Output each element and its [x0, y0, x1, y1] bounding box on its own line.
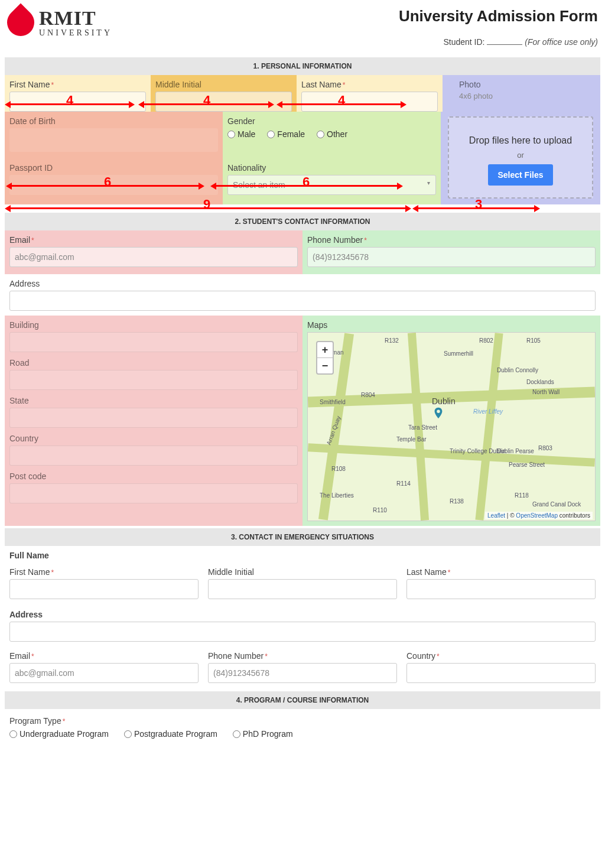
state-input[interactable]	[9, 408, 298, 428]
program-undergrad[interactable]: Undergraduate Program	[9, 729, 109, 739]
annotation-4a: 4	[64, 93, 76, 108]
dob-label: Date of Birth	[9, 116, 218, 126]
annotation-9: 9	[201, 197, 213, 212]
photo-label: Photo	[459, 80, 596, 89]
em-address-input[interactable]	[9, 622, 596, 642]
em-last-name-label: Last Name*	[406, 567, 596, 577]
photo-dropzone[interactable]: Drop files here to upload or Select File…	[448, 116, 593, 199]
program-postgrad[interactable]: Postgraduate Program	[124, 729, 217, 739]
first-name-input[interactable]	[9, 92, 146, 112]
annotation-6b: 6	[300, 174, 312, 190]
logo-name: RMIT	[39, 7, 112, 30]
map-attribution: Leaflet | © OpenStreetMap contributors	[485, 512, 593, 519]
last-name-label: Last Name*	[301, 80, 438, 89]
em-address-label: Address	[9, 610, 596, 619]
header: RMIT UNIVERSITY University Admission For…	[5, 7, 600, 47]
last-name-input[interactable]	[301, 92, 438, 112]
gender-male[interactable]: Male	[227, 129, 255, 139]
office-use-note: (For office use only)	[525, 37, 598, 47]
photo-hint: 4x6 photo	[459, 92, 596, 100]
country-label: Country	[9, 434, 298, 443]
program-phd[interactable]: PhD Program	[233, 729, 293, 739]
page-title: University Admission Form	[399, 7, 598, 25]
postcode-label: Post code	[9, 472, 298, 481]
em-last-name-input[interactable]	[406, 579, 596, 599]
phone-input[interactable]	[307, 247, 596, 267]
road-label: Road	[9, 358, 298, 368]
logo: RMIT UNIVERSITY	[7, 7, 112, 38]
section-3-header: 3. CONTACT IN EMERGENCY SITUATIONS	[5, 528, 600, 546]
nationality-label: Nationality	[227, 163, 436, 173]
section-4-header: 4. PROGRAM / COURSE INFORMATION	[5, 691, 600, 709]
em-email-label: Email*	[9, 651, 199, 661]
logo-sub: UNIVERSITY	[39, 28, 112, 38]
annotation-4b: 4	[201, 93, 213, 108]
annotation-4c: 4	[336, 93, 347, 108]
annotation-3: 3	[473, 197, 484, 212]
osm-link[interactable]: OpenStreetMap	[516, 512, 558, 519]
dropzone-or: or	[455, 151, 586, 160]
em-email-input[interactable]	[9, 663, 199, 683]
gender-female[interactable]: Female	[267, 129, 305, 139]
email-input[interactable]	[9, 247, 298, 267]
fullname-label: Full Name	[9, 551, 596, 560]
zoom-in-button[interactable]: +	[317, 342, 333, 357]
em-first-name-input[interactable]	[9, 579, 199, 599]
em-middle-label: Middle Initial	[208, 567, 397, 577]
section-1-header: 1. PERSONAL INFORMATION	[5, 57, 600, 75]
leaflet-link[interactable]: Leaflet	[487, 512, 505, 519]
address-input[interactable]	[9, 291, 596, 311]
middle-initial-label: Middle Initial	[155, 80, 292, 89]
em-middle-input[interactable]	[208, 579, 397, 599]
postcode-input[interactable]	[9, 483, 298, 503]
first-name-label: First Name*	[9, 80, 146, 89]
em-phone-input[interactable]	[208, 663, 397, 683]
em-first-name-label: First Name*	[9, 567, 199, 577]
dropzone-text: Drop files here to upload	[455, 135, 586, 146]
student-id-label: Student ID:	[443, 37, 484, 47]
student-id-note: Student ID: (For office use only)	[399, 37, 598, 47]
rmit-logo-icon	[1, 3, 40, 41]
state-label: State	[9, 396, 298, 405]
map-city-label: Dublin	[432, 396, 456, 406]
country-input[interactable]	[9, 446, 298, 466]
em-country-label: Country*	[406, 651, 596, 661]
em-phone-label: Phone Number*	[208, 651, 397, 661]
address-label: Address	[9, 279, 596, 288]
section-2-header: 2. STUDENT'S CONTACT INFORMATION	[5, 213, 600, 230]
phone-label: Phone Number*	[307, 235, 596, 245]
annotation-6a: 6	[102, 174, 113, 190]
map-zoom: + −	[316, 341, 334, 375]
dob-input[interactable]	[9, 128, 218, 152]
select-files-button[interactable]: Select Files	[488, 164, 552, 186]
gender-other[interactable]: Other	[317, 129, 347, 139]
email-label: Email*	[9, 235, 298, 245]
program-type-label: Program Type*	[9, 716, 596, 726]
maps-label: Maps	[307, 320, 596, 330]
map[interactable]: Dublin R132 R802 R105 Summerhill Dublin …	[307, 332, 596, 521]
map-pin-icon	[432, 407, 445, 420]
building-input[interactable]	[9, 332, 298, 352]
building-label: Building	[9, 320, 298, 330]
zoom-out-button[interactable]: −	[317, 357, 333, 373]
passport-label: Passport ID	[9, 163, 218, 173]
road-input[interactable]	[9, 370, 298, 390]
em-country-input[interactable]	[406, 663, 596, 683]
gender-label: Gender	[227, 116, 436, 126]
